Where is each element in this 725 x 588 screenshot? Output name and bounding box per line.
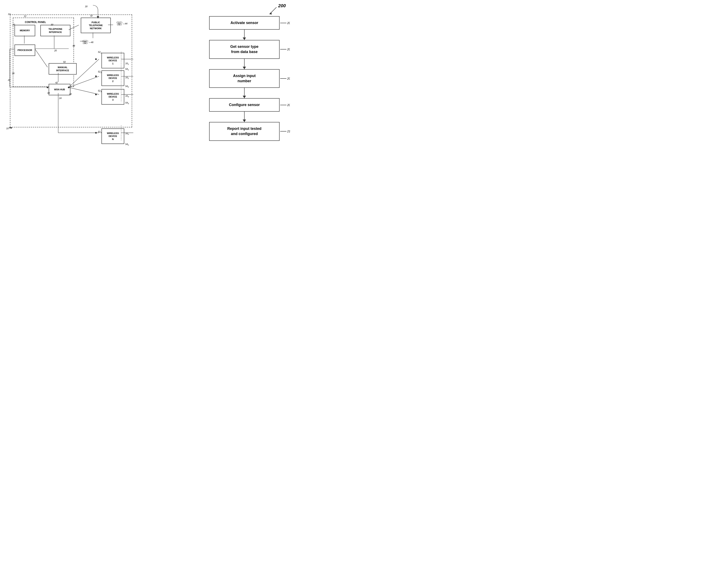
ref-28: 28 [13, 23, 15, 26]
left-diagram: 18 10⮩ 14 12 CONTROL PANEL MEMORY 28 TEL… [4, 4, 162, 170]
flow-step-206: Assign input number 206 [209, 69, 280, 88]
wireless-device-n-box: WIRELESS DEVICE N [102, 128, 124, 144]
flow-step-210: Report input tested and configured 210 [209, 122, 280, 141]
ref-24: 24 [59, 97, 62, 100]
ref-208-container: 208 [280, 103, 290, 107]
ref-40: 40 [69, 93, 72, 95]
ref-12: 12 [24, 15, 26, 17]
get-sensor-type-box: Get sensor type from data base [209, 40, 280, 59]
ref-16-3: 163 [125, 94, 129, 98]
ref-208: 208 [287, 103, 290, 107]
ref-204: 204 [287, 48, 290, 51]
ref-52-3: 523 [98, 89, 102, 92]
report-input-tested-box: Report input tested and configured [209, 122, 280, 141]
ref-32: 32 [90, 15, 92, 17]
ref-206-container: 206 [280, 77, 290, 80]
ref-206: 206 [287, 77, 290, 80]
configure-sensor-box: Configure sensor [209, 98, 280, 112]
ref-202: 202 [287, 21, 290, 25]
flow-step-204: Get sensor type from data base 204 [209, 40, 280, 59]
ref-30: 30 [51, 23, 53, 26]
ref-52-2: 522 [98, 70, 102, 74]
svg-point-20 [95, 132, 97, 133]
telephone-interface-box: TELEPHONE INTERFACE [40, 25, 70, 36]
ref-16-n: 16n [125, 132, 129, 135]
ref-202-container: 202 [280, 21, 290, 25]
phone-icon-46: ☏ [82, 39, 89, 45]
memory-box: MEMORY [15, 25, 35, 36]
phone-icon-44: ☏ [116, 20, 123, 27]
ref-16-1: 161 [125, 62, 129, 65]
ref-54-1: 541 [125, 68, 129, 71]
page: 18 10⮩ 14 12 CONTROL PANEL MEMORY 28 TEL… [0, 0, 290, 235]
ref-34: 34 [47, 92, 50, 94]
ref-50: 50 [63, 61, 66, 63]
ref-52-1: 521 [98, 51, 102, 54]
activate-sensor-box: Activate sensor [209, 16, 280, 29]
ref-46: —46 [89, 41, 93, 43]
ref-42: 42 [55, 81, 58, 84]
ref-48: 48 [72, 44, 75, 47]
flowchart-title-ref: 200 [278, 3, 286, 8]
ref-44: —44 [123, 22, 127, 25]
arrow-208-210 [209, 112, 280, 122]
ref-16-2: 162 [125, 76, 129, 79]
manual-interface-box: MANUAL INTERFACE [49, 63, 77, 75]
ref-54-3: 543 [125, 102, 129, 105]
ref-20: 20 [54, 49, 57, 52]
ref-204-container: 204 [280, 48, 290, 51]
right-flowchart: 200 Activate sensor 202 Get sensor type … [209, 6, 280, 141]
control-panel-label: CONTROL PANEL [25, 21, 46, 24]
wireless-device-3-box: WIRELESS DEVICE 3 [102, 89, 124, 105]
ref-210: 210 [287, 130, 290, 133]
arrow-204-206 [209, 59, 280, 69]
ref-22: 22 [8, 79, 10, 81]
ref-54-2: 542 [125, 85, 129, 88]
wireless-device-2-box: WIRELESS DEVICE 2 [102, 70, 124, 86]
ref-52-n: 52n [98, 130, 102, 133]
svg-marker-30 [269, 12, 272, 15]
arrow-206-208 [209, 88, 280, 98]
public-telephone-network-box: PUBLIC TELEPHONE NETWORK [81, 18, 111, 33]
ref-26: 26 [12, 72, 15, 75]
wireless-device-1-box: WIRELESS DEVICE 1 [102, 53, 124, 68]
wsn-hub-box: WSN HUB [49, 84, 70, 95]
ref-210-container: 210 [280, 130, 290, 133]
ref-18: 18 [85, 5, 87, 8]
200-arrow [267, 6, 280, 15]
assign-input-number-box: Assign input number [209, 69, 280, 88]
ref-14: 14 [8, 13, 10, 15]
processor-box: PROCESSOR [15, 44, 35, 56]
ref-54-n: 54n [125, 143, 129, 146]
flow-step-208: Configure sensor 208 [209, 98, 280, 112]
arrow-202-204 [209, 29, 280, 40]
flow-step-202: Activate sensor 202 [209, 16, 280, 29]
